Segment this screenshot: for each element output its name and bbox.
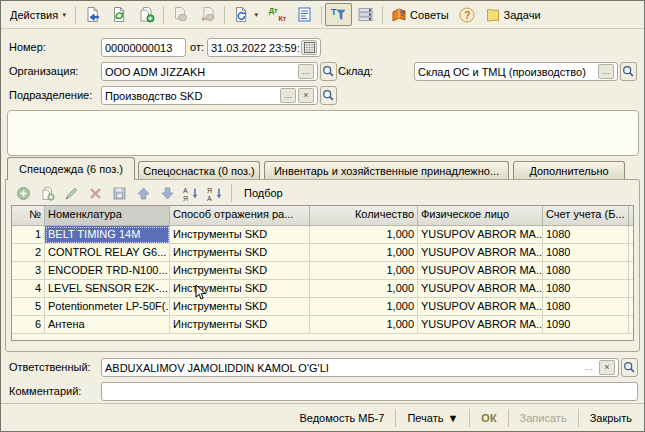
delete-row-button[interactable] [84,183,106,203]
refresh-button[interactable] [106,3,133,26]
sort-ascending-button[interactable]: АЯ [180,183,202,203]
cell-nomenclature[interactable]: BELT TIMING 14M [45,226,170,244]
tasks-note-icon [485,7,501,23]
cell-person[interactable]: YUSUPOV ABROR MA... [418,262,543,280]
department-input[interactable]: Производство SKD ... × [101,86,318,105]
responsible-input[interactable]: ABDUXALIMOV JAMOLIDDIN KAMOL O'G'LI ... … [101,358,619,377]
cell-method[interactable]: Инструменты SKD [170,280,310,298]
warehouse-input[interactable]: Склад ОС и ТМЦ (производство) ... [414,62,618,81]
cell-nomenclature[interactable]: Антена [45,316,170,334]
related-documents-button[interactable]: ▼ [228,3,264,26]
column-header[interactable]: Физическое лицо [418,206,543,226]
vedomost-mb7-button[interactable]: Ведомость МБ-7 [291,409,392,427]
tab-specosnastka[interactable]: Спецоснастка (0 поз.) [138,161,260,179]
warehouse-lookup-button[interactable] [620,62,637,81]
cell-person[interactable]: YUSUPOV ABROR MA... [418,226,543,244]
actions-menu-button[interactable]: Действия ▼ [5,6,72,24]
column-header[interactable]: Способ отражения ра... [170,206,310,226]
cell-qty[interactable]: 1,000 [310,280,418,298]
move-row-up-button[interactable] [132,183,154,203]
post-document-button[interactable] [167,3,194,26]
cell-n[interactable]: 1 [12,226,45,244]
cell-method[interactable]: Инструменты SKD [170,262,310,280]
advice-button[interactable]: ? Советы [386,4,453,26]
number-input[interactable]: 00000000013 [101,38,186,57]
cell-method[interactable]: Инструменты SKD [170,226,310,244]
cell-method[interactable]: Инструменты SKD [170,316,310,334]
cell-qty[interactable]: 1,000 [310,316,418,334]
add-row-button[interactable] [12,183,34,203]
cell-method[interactable]: Инструменты SKD [170,298,310,316]
cell-n[interactable]: 5 [12,298,45,316]
ok-button[interactable]: ОК [473,409,504,427]
responsible-lookup-button[interactable] [621,358,638,377]
column-header[interactable]: Счет учета (Б... [543,206,629,226]
write-button[interactable]: Записать [512,409,575,427]
move-row-down-button[interactable] [156,183,178,203]
help-button[interactable]: ? [454,4,480,26]
cell-nomenclature[interactable]: LEVEL SENSOR E2K-... [45,280,170,298]
ellipsis-button[interactable]: ... [598,64,614,79]
copy-document-button[interactable] [133,3,160,26]
tasks-button[interactable]: Задачи [480,4,546,26]
column-header[interactable]: № [12,206,45,226]
print-button[interactable]: Печать▼ [399,409,466,427]
svg-text:А: А [183,187,188,194]
cell-filler [629,244,634,262]
edit-row-button[interactable] [60,183,82,203]
sort-descending-button[interactable]: ЯА [204,183,226,203]
cell-qty[interactable]: 1,000 [310,244,418,262]
header-info-area[interactable] [7,110,639,156]
clear-button[interactable]: × [298,88,314,103]
cell-n[interactable]: 3 [12,262,45,280]
cell-person[interactable]: YUSUPOV ABROR MA... [418,280,543,298]
cell-n[interactable]: 4 [12,280,45,298]
end-edit-button[interactable] [108,183,130,203]
department-lookup-button[interactable] [320,86,337,105]
cell-nomenclature[interactable]: ENCODER TRD-N100... [45,262,170,280]
filter-button[interactable]: Т [325,3,352,26]
clear-button[interactable]: × [599,360,615,375]
comment-label: Комментарий: [9,385,81,397]
cell-account[interactable]: 1080 [543,244,629,262]
cell-person[interactable]: YUSUPOV ABROR MA... [418,316,543,334]
cell-nomenclature[interactable]: CONTROL RELAY G6... [45,244,170,262]
organization-input[interactable]: OOO ADM JIZZAKH ... [101,62,318,81]
ellipsis-button[interactable]: ... [581,360,597,375]
list-settings-button[interactable] [352,3,379,26]
cell-account[interactable]: 1090 [543,316,629,334]
date-input[interactable]: 31.03.2022 23:59:00 [207,38,321,57]
unpost-document-button[interactable] [194,3,221,26]
tab-inventar[interactable]: Инвентарь и хозяйственные принадлежно... [264,161,509,179]
refresh-icon [111,6,128,23]
ellipsis-button[interactable]: ... [298,64,314,79]
column-header[interactable]: Количество [310,206,418,226]
cell-person[interactable]: YUSUPOV ABROR MA... [418,298,543,316]
cell-qty[interactable]: 1,000 [310,226,418,244]
cell-account[interactable]: 1080 [543,226,629,244]
tab-dopolnitelno[interactable]: Дополнительно [513,161,625,179]
cell-account[interactable]: 1080 [543,298,629,316]
cell-account[interactable]: 1080 [543,262,629,280]
cell-nomenclature[interactable]: Potentionmeter LP-50F(... [45,298,170,316]
tab-specodezhda[interactable]: Спецодежда (6 поз.) [7,157,135,180]
cell-n[interactable]: 6 [12,316,45,334]
document-movements-button[interactable] [291,3,318,26]
cell-qty[interactable]: 1,000 [310,262,418,280]
comment-input[interactable] [101,382,638,401]
podbor-button[interactable]: Подбор [237,183,290,203]
organization-lookup-button[interactable] [320,62,337,81]
cell-n[interactable]: 2 [12,244,45,262]
cell-qty[interactable]: 1,000 [310,298,418,316]
close-button[interactable]: Закрыть [582,409,640,427]
dtkt-postings-button[interactable]: ДтКт [264,3,291,26]
tab-label: Инвентарь и хозяйственные принадлежно... [274,165,499,177]
cell-account[interactable]: 1080 [543,280,629,298]
ellipsis-button[interactable]: ... [280,88,296,103]
cell-person[interactable]: YUSUPOV ABROR MA... [418,244,543,262]
copy-row-button[interactable] [36,183,58,203]
column-header[interactable]: Номенклатура [45,206,170,226]
cell-method[interactable]: Инструменты SKD [170,244,310,262]
calendar-button[interactable] [301,40,317,55]
save-document-button[interactable] [79,3,106,26]
